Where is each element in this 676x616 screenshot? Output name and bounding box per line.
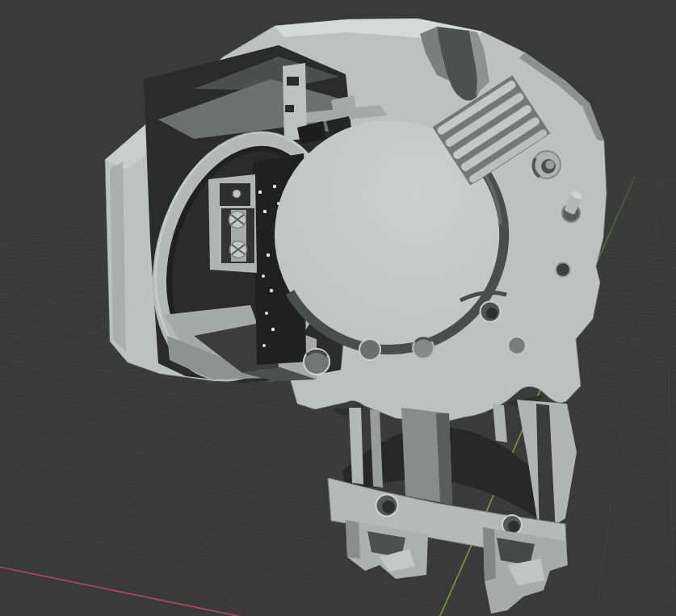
bracket-bar-hole-left — [376, 495, 398, 517]
viewport-3d[interactable] — [0, 0, 676, 616]
viewport-canvas[interactable] — [0, 0, 676, 616]
counterbore-screw-hole — [533, 151, 561, 178]
terminal-connector-block — [208, 174, 257, 273]
small-hole — [556, 262, 570, 277]
terminal-screw-2 — [230, 241, 247, 258]
terminal-screw-1 — [229, 212, 246, 228]
